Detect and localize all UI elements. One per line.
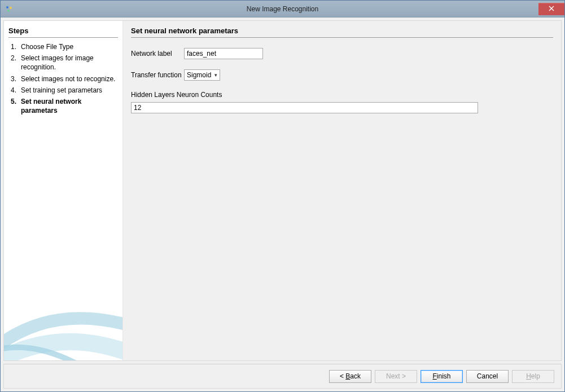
steps-sidebar: Steps 1. Choose File Type 2. Select imag… (4, 21, 122, 360)
step-item: 1. Choose File Type (11, 42, 118, 51)
transfer-function-value: Sigmoid (187, 71, 214, 79)
app-icon (5, 5, 14, 14)
close-button[interactable] (538, 3, 564, 15)
transfer-function-row: Transfer function Sigmoid ▾ (131, 69, 553, 81)
window-title: New Image Recognition (1, 5, 564, 13)
svg-point-2 (7, 10, 10, 12)
help-button: Help (512, 370, 554, 383)
step-number: 3. (11, 74, 21, 83)
step-number: 5. (11, 97, 21, 115)
step-number: 1. (11, 42, 21, 51)
step-item-current: 5. Set neural network parametars (11, 97, 118, 115)
step-number: 4. (11, 86, 21, 95)
sidebar-decoration (4, 276, 122, 360)
step-label: Choose File Type (21, 42, 118, 51)
hidden-layers-label: Hidden Layers Neuron Counts (131, 91, 553, 99)
svg-point-0 (6, 6, 8, 8)
svg-point-1 (10, 7, 12, 9)
chevron-down-icon: ▾ (214, 72, 217, 78)
steps-heading: Steps (8, 27, 118, 38)
step-number: 2. (11, 54, 21, 72)
next-button: Next > (375, 370, 417, 383)
transfer-function-select[interactable]: Sigmoid ▾ (184, 69, 220, 81)
network-label-input[interactable] (184, 48, 263, 59)
steps-list: 1. Choose File Type 2. Select images for… (8, 42, 118, 115)
step-item: 2. Select images for image recognition. (11, 54, 118, 72)
step-item: 3. Select images not to recognize. (11, 74, 118, 83)
close-icon (549, 6, 554, 12)
titlebar: New Image Recognition (1, 1, 564, 17)
wizard-footer: < Back Next > Finish Cancel Help (3, 364, 562, 389)
hidden-layers-input[interactable] (134, 103, 475, 112)
main-panel: Set neural network parametars Network la… (122, 21, 561, 360)
wizard-window: New Image Recognition Steps 1. Choose Fi… (0, 0, 565, 392)
hidden-layers-input-wrap (131, 102, 478, 113)
finish-button[interactable]: Finish (421, 370, 463, 383)
network-label-row: Network label (131, 48, 553, 59)
transfer-function-text: Transfer function (131, 71, 184, 79)
step-label: Set neural network parametars (21, 97, 118, 115)
step-item: 4. Set training set parametars (11, 86, 118, 95)
step-label: Select images not to recognize. (21, 74, 118, 83)
back-button[interactable]: < Back (329, 370, 371, 383)
network-label-text: Network label (131, 50, 184, 58)
step-label: Select images for image recognition. (21, 54, 118, 72)
content-area: Steps 1. Choose File Type 2. Select imag… (3, 20, 562, 361)
panel-heading: Set neural network parametars (131, 27, 553, 38)
cancel-button[interactable]: Cancel (466, 370, 509, 383)
step-label: Set training set parametars (21, 86, 118, 95)
